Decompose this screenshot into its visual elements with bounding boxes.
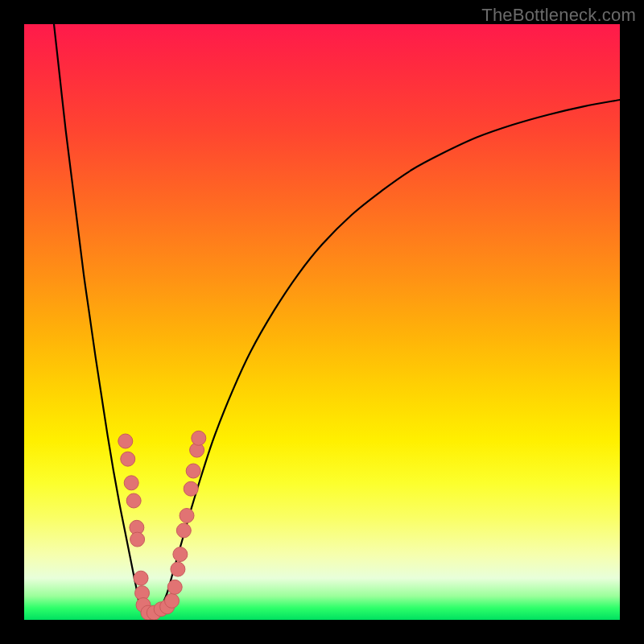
- curve-left-branch: [54, 24, 139, 605]
- chart-stage: TheBottleneck.com: [0, 0, 644, 644]
- data-dots-group: [118, 431, 206, 620]
- data-dot: [130, 532, 145, 547]
- data-dot: [186, 464, 200, 478]
- data-dot: [165, 593, 180, 608]
- data-dot: [124, 476, 138, 490]
- data-dot: [184, 481, 198, 496]
- plot-svg: [24, 24, 620, 620]
- data-dot: [121, 452, 135, 466]
- data-dot: [192, 431, 206, 445]
- attribution-label: TheBottleneck.com: [481, 5, 636, 26]
- data-dot: [167, 580, 182, 594]
- data-dot: [171, 562, 185, 576]
- data-dot: [173, 547, 188, 562]
- data-dot: [118, 434, 133, 448]
- data-dot: [126, 493, 141, 508]
- data-dot: [180, 509, 194, 523]
- data-dot: [176, 523, 191, 538]
- curve-right-branch: [163, 100, 620, 603]
- data-dot: [134, 571, 148, 585]
